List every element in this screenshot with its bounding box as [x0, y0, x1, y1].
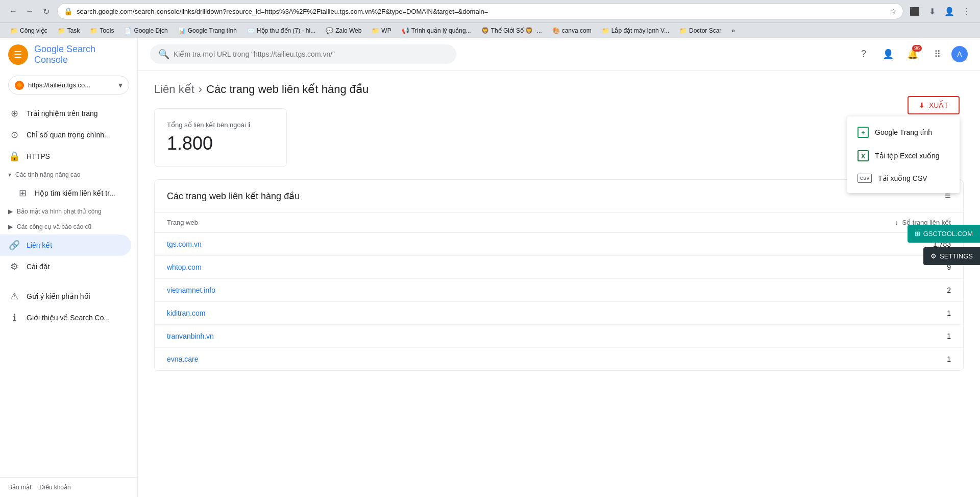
bookmark-label: Tools: [100, 27, 114, 34]
cell-site: vietnamnet.info: [155, 279, 539, 302]
footer-privacy[interactable]: Bảo mật: [8, 484, 31, 491]
cell-links: 1: [539, 325, 963, 348]
bookmark-wp[interactable]: 📁 WP: [368, 26, 395, 35]
bookmark-more[interactable]: »: [727, 26, 739, 35]
apps-button[interactable]: ⠿: [927, 44, 947, 64]
gsctool-button[interactable]: ⊞ GSCTOOL.COM: [908, 225, 980, 243]
bookmark-label: Google Trang tính: [188, 27, 237, 34]
footer-terms[interactable]: Điều khoản: [39, 484, 70, 491]
bookmark-icon: 🎨: [552, 27, 560, 34]
bookmark-label: Trình quản lý quảng...: [411, 27, 471, 34]
main-content: 🔍 ? 👤 🔔 96 ⠿ A Liên kết › Các trang web …: [138, 38, 980, 497]
bookmark-icon: ✉️: [247, 27, 255, 34]
table-row[interactable]: kiditran.com 1: [155, 302, 963, 325]
bookmark-label: Task: [67, 27, 80, 34]
section-bao-mat[interactable]: ▶ Bảo mật và hình phạt thủ công: [0, 204, 137, 219]
minus-icon: ▾: [8, 171, 11, 178]
search-icon: 🔍: [158, 49, 169, 60]
sidebar-item-cai-dat[interactable]: ⚙ Cài đặt: [0, 256, 131, 277]
bookmark-congviec[interactable]: 📁 Công việc: [6, 26, 52, 35]
bookmark-mayland[interactable]: 📁 Lắp đặt máy lạnh V...: [598, 26, 673, 35]
chevron-down-icon: ▾: [118, 80, 122, 90]
table-row[interactable]: tranvanbinh.vn 1: [155, 325, 963, 348]
export-button[interactable]: ⬇ XUẤT: [908, 96, 960, 114]
link-icon: 🔗: [8, 240, 20, 251]
cell-links: 9: [539, 256, 963, 279]
section-title: Các tính năng nâng cao: [15, 171, 80, 178]
search-box[interactable]: 🔍: [150, 44, 456, 64]
section-tinh-nang-nang-cao[interactable]: ▾ Các tính năng nâng cao: [0, 167, 137, 182]
forward-button[interactable]: →: [22, 4, 37, 18]
sidebar: ☰ Google Search Console 🔶 https://tailie…: [0, 38, 138, 497]
sidebar-item-about[interactable]: ℹ Giới thiệu về Search Co...: [8, 307, 123, 328]
sidebar-item-feedback[interactable]: ⚠ Gửi ý kiến phản hồi: [8, 286, 123, 307]
manage-users-button[interactable]: 👤: [878, 44, 898, 64]
bookmark-label: Google Dịch: [134, 27, 167, 34]
bookmark-doctorscar[interactable]: 📁 Doctor Scar: [675, 26, 725, 35]
sidebar-item-lien-ket[interactable]: 🔗 Liên kết: [0, 234, 131, 256]
dropdown-item-excel[interactable]: X Tải tệp Excel xuống: [847, 144, 960, 168]
section-cong-cu-cu[interactable]: ▶ Các công cụ và báo cáo cũ: [0, 219, 137, 234]
topbar-actions: ? 👤 🔔 96 ⠿ A: [853, 44, 968, 64]
address-bar[interactable]: 🔒 search.google.com/search-console/links…: [57, 3, 903, 19]
sidebar-item-trai-nghiem[interactable]: ⊕ Trải nghiệm trên trang: [0, 103, 131, 124]
table-row[interactable]: vietnamnet.info 2: [155, 279, 963, 302]
cell-links: 1.783: [539, 233, 963, 256]
bookmark-label: canva.com: [562, 27, 592, 34]
bookmark-icon: 🦁: [481, 27, 489, 34]
hamburger-button[interactable]: ☰: [8, 44, 28, 65]
table-title: Các trang web liên kết hàng đầu: [167, 191, 300, 202]
back-button[interactable]: ←: [6, 4, 20, 18]
bookmark-icon: 📁: [90, 27, 97, 34]
dropdown-item-csv[interactable]: CSV Tải xuống CSV: [847, 168, 960, 189]
cell-site: evna.care: [155, 348, 539, 371]
cell-site: kiditran.com: [155, 302, 539, 325]
bookmark-label: Hộp thư đến (7) - hi...: [257, 27, 315, 34]
bookmark-tools[interactable]: 📁 Tools: [86, 26, 118, 35]
table-row[interactable]: whtop.com 9: [155, 256, 963, 279]
sheets-icon: +: [857, 127, 869, 138]
help-button[interactable]: ?: [853, 44, 874, 64]
menu-button[interactable]: ⋮: [960, 4, 974, 18]
profile-button[interactable]: 👤: [942, 4, 957, 18]
col-so-trang[interactable]: ↓ Số trang liên kết: [539, 212, 963, 233]
reload-button[interactable]: ↻: [39, 4, 53, 18]
domain-selector[interactable]: 🔶 https://tailieu.tgs.co... ▾: [8, 76, 129, 94]
search-input[interactable]: [174, 50, 448, 58]
bookmark-icon: 📄: [124, 27, 132, 34]
bookmark-label: WP: [381, 27, 391, 34]
bookmark-icon: 📁: [679, 27, 687, 34]
dropdown-item-label: Google Trang tính: [875, 128, 932, 136]
browser-actions: ⬛ ⬇ 👤 ⋮: [908, 4, 974, 18]
sidebar-item-label: Gửi ý kiến phản hồi: [27, 292, 90, 300]
dropdown-item-sheets[interactable]: + Google Trang tính: [847, 121, 960, 144]
sidebar-item-hop-tim-kiem[interactable]: ⊞ Hộp tìm kiếm liên kết tr...: [0, 182, 131, 204]
dropdown-item-label: Tải tệp Excel xuống: [875, 152, 940, 160]
bookmark-zalo[interactable]: 💬 Zalo Web: [322, 26, 365, 35]
bookmark-label: Công việc: [20, 27, 47, 34]
settings-button[interactable]: ⚙ SETTINGS: [923, 247, 980, 265]
bookmark-canva[interactable]: 🎨 canva.com: [548, 26, 596, 35]
table-body: tgs.com.vn 1.783 whtop.com 9 vietnamnet.…: [155, 233, 963, 371]
table-row[interactable]: tgs.com.vn 1.783: [155, 233, 963, 256]
table-row[interactable]: evna.care 1: [155, 348, 963, 371]
url-text: search.google.com/search-console/links/d…: [77, 8, 886, 15]
export-label: XUẤT: [929, 101, 948, 109]
notifications-button[interactable]: 🔔 96: [902, 44, 923, 64]
export-icon: ⬇: [919, 101, 925, 109]
download-button[interactable]: ⬇: [925, 4, 939, 18]
bookmark-ads[interactable]: 📢 Trình quản lý quảng...: [398, 26, 475, 35]
bookmark-label: Lắp đặt máy lạnh V...: [611, 27, 669, 34]
bookmark-google-trang-tinh[interactable]: 📊 Google Trang tính: [174, 26, 241, 35]
bookmark-icon: 📁: [602, 27, 609, 34]
avatar[interactable]: A: [951, 46, 968, 62]
sidebar-item-chi-so[interactable]: ⊙ Chỉ số quan trọng chính...: [0, 124, 131, 146]
bookmark-task[interactable]: 📁 Task: [54, 26, 84, 35]
breadcrumb-parent[interactable]: Liên kết: [154, 83, 194, 96]
extensions-button[interactable]: ⬛: [908, 4, 922, 18]
bookmark-thegioi[interactable]: 🦁 Thế Giới Số 🦁 -...: [477, 26, 546, 35]
bookmark-hopthuden[interactable]: ✉️ Hộp thư đến (7) - hi...: [243, 26, 320, 35]
bookmark-google-dich[interactable]: 📄 Google Dịch: [120, 26, 172, 35]
sidebar-item-https[interactable]: 🔒 HTTPS: [0, 146, 131, 167]
cell-site: tgs.com.vn: [155, 233, 539, 256]
